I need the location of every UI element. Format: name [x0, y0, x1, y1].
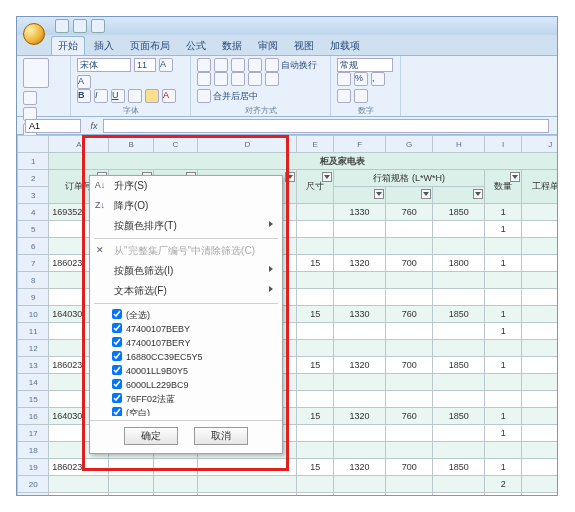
decrease-indent-icon[interactable] — [248, 72, 262, 86]
cell[interactable] — [485, 289, 522, 306]
filter-header[interactable]: 工程单价 — [522, 170, 558, 204]
cell[interactable]: 1850 — [433, 306, 485, 323]
row-header[interactable]: 1 — [18, 153, 49, 170]
row-header[interactable]: 17 — [18, 425, 49, 442]
cell[interactable] — [198, 476, 297, 493]
cancel-button[interactable]: 取消 — [194, 427, 248, 445]
comma-icon[interactable]: , — [371, 72, 385, 86]
cut-button[interactable] — [23, 91, 37, 105]
cell[interactable] — [433, 238, 485, 255]
save-icon[interactable] — [55, 19, 69, 33]
filter-check-item[interactable]: 16880CC39EC5Y5 — [112, 350, 276, 364]
filter-check-item[interactable]: 76FF02法蓝 — [112, 392, 276, 406]
col-header[interactable]: B — [109, 136, 153, 153]
filter-dropdown-icon[interactable] — [510, 172, 520, 182]
cell[interactable] — [297, 238, 334, 255]
filter-check-item[interactable]: 47400107BERY — [112, 336, 276, 350]
text-filter-item[interactable]: 文本筛选(F) — [90, 281, 282, 301]
row-header[interactable]: 16 — [18, 408, 49, 425]
cell[interactable] — [386, 391, 433, 408]
cell[interactable]: 1 — [485, 425, 522, 442]
filter-check-all[interactable]: (全选) — [112, 308, 276, 322]
fill-color-button[interactable] — [145, 89, 159, 103]
cell[interactable] — [49, 476, 109, 493]
cell[interactable] — [297, 374, 334, 391]
fx-icon[interactable]: fx — [85, 121, 103, 131]
row-header[interactable]: 9 — [18, 289, 49, 306]
cell[interactable] — [433, 340, 485, 357]
ribbon-tab-3[interactable]: 公式 — [179, 36, 213, 55]
name-box[interactable]: A1 — [25, 119, 81, 133]
cell[interactable] — [333, 340, 385, 357]
cell[interactable] — [522, 408, 558, 425]
cell[interactable] — [297, 425, 334, 442]
ribbon-tab-2[interactable]: 页面布局 — [123, 36, 177, 55]
row-header[interactable]: 12 — [18, 340, 49, 357]
filter-check-item[interactable]: 47400107BEBY — [112, 322, 276, 336]
sort-desc-item[interactable]: Z↓降序(O) — [90, 196, 282, 216]
row-header[interactable]: 14 — [18, 374, 49, 391]
cell[interactable]: 1 — [485, 459, 522, 476]
cell[interactable] — [433, 272, 485, 289]
paste-button[interactable] — [23, 58, 49, 88]
undo-icon[interactable] — [73, 19, 87, 33]
filter-by-color-item[interactable]: 按颜色筛选(I) — [90, 261, 282, 281]
cell[interactable] — [109, 476, 153, 493]
underline-button[interactable]: U — [111, 89, 125, 103]
cell[interactable] — [433, 391, 485, 408]
cell[interactable]: 1320 — [333, 408, 385, 425]
cell[interactable]: 760 — [386, 306, 433, 323]
cell[interactable] — [433, 442, 485, 459]
ribbon-tab-1[interactable]: 插入 — [87, 36, 121, 55]
cell[interactable] — [386, 476, 433, 493]
cell[interactable] — [198, 459, 297, 476]
sort-asc-item[interactable]: A↓升序(S) — [90, 176, 282, 196]
cell[interactable]: 760 — [386, 204, 433, 221]
worksheet-area[interactable]: ABCDEFGHIJK1柜及家电表2订单号工厂客户完整集厂编号尺寸行箱规格 (L… — [17, 135, 557, 495]
currency-icon[interactable] — [337, 72, 351, 86]
col-header[interactable]: I — [485, 136, 522, 153]
bold-button[interactable]: B — [77, 89, 91, 103]
cell[interactable] — [433, 425, 485, 442]
cell[interactable]: 1330 — [333, 204, 385, 221]
cell[interactable] — [109, 459, 153, 476]
cell[interactable] — [522, 425, 558, 442]
filter-dropdown-icon[interactable] — [374, 189, 384, 199]
align-right-icon[interactable] — [231, 72, 245, 86]
cell[interactable] — [297, 493, 334, 496]
col-header[interactable]: A — [49, 136, 109, 153]
border-button[interactable] — [128, 89, 142, 103]
cell[interactable] — [333, 272, 385, 289]
col-header[interactable]: J — [522, 136, 558, 153]
align-left-icon[interactable] — [197, 72, 211, 86]
increase-font-icon[interactable]: A — [159, 58, 173, 72]
col-header[interactable]: D — [198, 136, 297, 153]
select-all-corner[interactable] — [18, 136, 49, 153]
align-center-icon[interactable] — [214, 72, 228, 86]
cell[interactable]: 1320 — [333, 255, 385, 272]
cell[interactable] — [522, 442, 558, 459]
formula-input[interactable] — [103, 119, 549, 133]
row-header[interactable]: 6 — [18, 238, 49, 255]
row-header[interactable]: 11 — [18, 323, 49, 340]
cell[interactable] — [333, 221, 385, 238]
cell[interactable] — [522, 493, 558, 496]
cell[interactable] — [522, 340, 558, 357]
cell[interactable]: 1800 — [433, 255, 485, 272]
cell[interactable] — [153, 459, 197, 476]
cell[interactable] — [333, 289, 385, 306]
cell[interactable] — [485, 442, 522, 459]
cell[interactable]: 1 — [485, 204, 522, 221]
cell[interactable] — [433, 221, 485, 238]
font-size-combo[interactable]: 11 — [134, 58, 156, 72]
filter-header[interactable] — [433, 187, 485, 204]
cell[interactable]: 15 — [297, 408, 334, 425]
percent-icon[interactable]: % — [354, 72, 368, 86]
filter-header[interactable] — [333, 187, 385, 204]
cell[interactable] — [485, 374, 522, 391]
cell[interactable] — [522, 289, 558, 306]
ribbon-tab-4[interactable]: 数据 — [215, 36, 249, 55]
cell[interactable] — [333, 374, 385, 391]
cell[interactable] — [386, 340, 433, 357]
row-header[interactable]: 4 — [18, 204, 49, 221]
